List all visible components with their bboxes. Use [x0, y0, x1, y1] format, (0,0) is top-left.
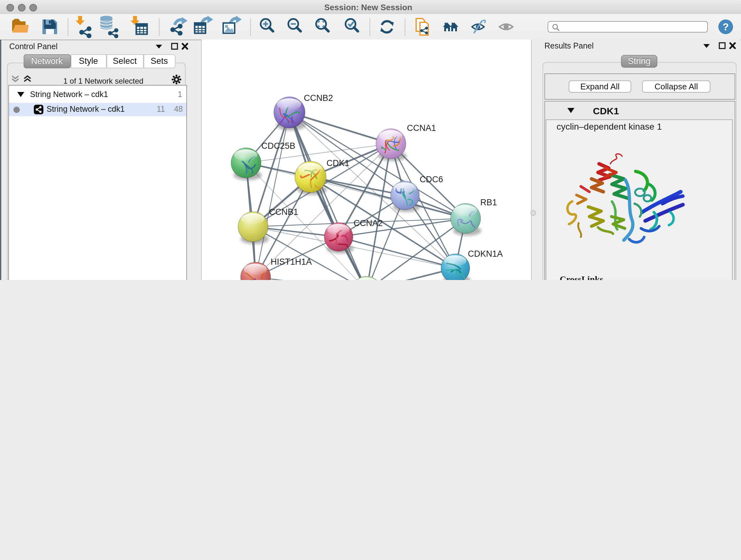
- svg-text:?: ?: [723, 21, 729, 33]
- svg-text:RB1: RB1: [480, 198, 497, 207]
- svg-text:CCNA1: CCNA1: [407, 123, 436, 133]
- svg-text:CCNB2: CCNB2: [304, 93, 333, 103]
- svg-text:CDK1: CDK1: [326, 159, 349, 168]
- svg-text:CCNA2: CCNA2: [353, 219, 383, 228]
- svg-text:CDC25B: CDC25B: [261, 141, 295, 151]
- svg-text:CCNB1: CCNB1: [269, 207, 298, 217]
- svg-text:HIST1H1A: HIST1H1A: [270, 257, 312, 266]
- svg-text:CDC6: CDC6: [419, 175, 443, 184]
- svg-text:CDKN1A: CDKN1A: [468, 249, 502, 259]
